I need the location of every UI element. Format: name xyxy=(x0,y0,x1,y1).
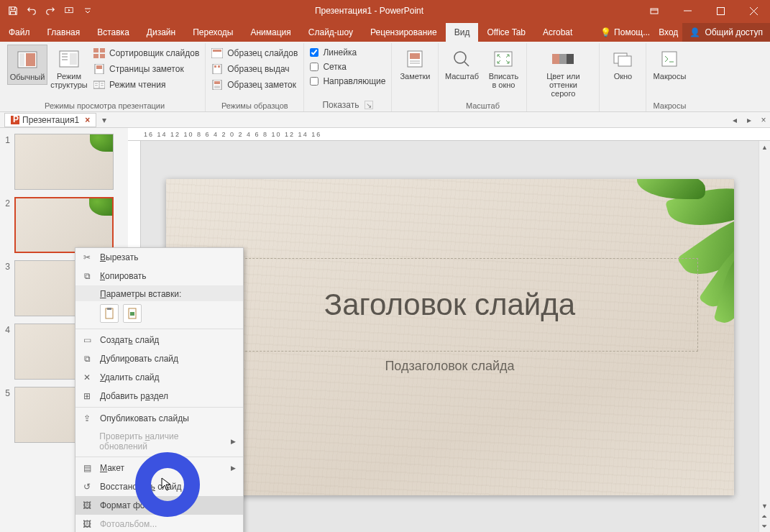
tab-design[interactable]: Дизайн xyxy=(138,23,184,42)
window-title: Презентация1 - PowerPoint xyxy=(101,6,638,16)
svg-rect-19 xyxy=(218,65,220,68)
vertical-scrollbar[interactable]: ▲ ▼ ⏶ ⏷ xyxy=(758,141,770,532)
paste-option-picture[interactable] xyxy=(123,304,142,323)
svg-rect-17 xyxy=(213,64,221,74)
tab-file[interactable]: Файл xyxy=(0,23,39,42)
prev-slide-icon[interactable]: ⏶ xyxy=(760,511,770,521)
svg-rect-28 xyxy=(567,54,574,64)
tab-dropdown-icon[interactable]: ▾ xyxy=(98,114,111,127)
cm-copy[interactable]: ⧉Копировать xyxy=(75,267,243,285)
qat-save-icon[interactable] xyxy=(4,2,22,19)
prev-icon[interactable]: ◂ xyxy=(728,114,741,127)
powerpoint-icon: P xyxy=(11,116,19,124)
delete-icon: ✕ xyxy=(81,372,93,383)
share-button[interactable]: 👤Общий доступ xyxy=(682,23,770,42)
macros-button[interactable]: Макросы xyxy=(649,45,689,83)
close-tab-icon[interactable]: × xyxy=(85,115,90,125)
next-slide-icon[interactable]: ⏷ xyxy=(760,521,770,531)
slide-thumbnail[interactable] xyxy=(14,197,114,253)
signin-button[interactable]: Вход xyxy=(654,23,682,42)
slide-number: 3 xyxy=(3,260,10,316)
handout-master-button[interactable]: Образец выдач xyxy=(208,62,301,76)
svg-rect-42 xyxy=(106,308,113,318)
guides-checkbox[interactable]: Направляющие xyxy=(307,75,388,88)
tab-insert[interactable]: Вставка xyxy=(88,23,138,42)
svg-rect-5 xyxy=(26,53,35,66)
context-menu: ✂Вырезать ⧉Копировать Параметры вставки:… xyxy=(75,247,244,532)
fit-window-button[interactable]: Вписать в окно xyxy=(483,45,523,92)
notes-master-button[interactable]: Образец заметок xyxy=(208,78,301,92)
slide-sorter-button[interactable]: Сортировщик слайдов xyxy=(91,46,202,60)
notes-page-button[interactable]: Страницы заметок xyxy=(91,62,202,76)
cm-format-background[interactable]: 🖼Формат фона... xyxy=(75,496,243,515)
svg-text:P: P xyxy=(13,116,19,124)
outline-label: Режим структуры xyxy=(50,72,88,89)
tab-animations[interactable]: Анимация xyxy=(242,23,299,42)
slide-number: 4 xyxy=(3,324,10,380)
minimize-button[interactable] xyxy=(671,0,704,22)
qat-dropdown-icon[interactable] xyxy=(79,2,96,19)
close-panel-icon[interactable]: × xyxy=(757,114,770,127)
notes-button[interactable]: Заметки xyxy=(395,45,435,83)
section-icon: ⊞ xyxy=(81,390,93,402)
duplicate-icon: ⧉ xyxy=(81,353,93,364)
window-button[interactable]: Окно xyxy=(602,45,643,83)
group-label-zoom: Масштаб xyxy=(466,100,500,111)
title-placeholder[interactable]: Заголовок слайда xyxy=(202,258,698,352)
paste-option-theme[interactable] xyxy=(100,304,119,323)
svg-rect-7 xyxy=(70,53,77,65)
scroll-down-icon[interactable]: ▼ xyxy=(760,501,770,511)
reset-icon: ↺ xyxy=(81,481,93,492)
bulb-icon: 💡 xyxy=(600,27,611,37)
svg-rect-4 xyxy=(19,53,24,66)
tab-review[interactable]: Рецензирование xyxy=(362,23,446,42)
tell-me[interactable]: 💡Помощ... xyxy=(596,23,654,42)
layout-icon: ▤ xyxy=(81,462,93,474)
horizontal-ruler: 16 14 12 10 8 6 4 2 0 2 4 6 8 10 12 14 1… xyxy=(128,128,770,141)
slide-master-button[interactable]: Образец слайдов xyxy=(208,46,301,60)
svg-rect-18 xyxy=(214,65,216,68)
tab-slideshow[interactable]: Слайд-шоу xyxy=(300,23,362,42)
cm-delete-slide[interactable]: ✕Удалить слайд xyxy=(75,368,243,387)
normal-view-button[interactable]: Обычный xyxy=(7,45,47,85)
scroll-up-icon[interactable]: ▲ xyxy=(760,142,770,152)
grayscale-button[interactable]: Цвет или оттенки серого xyxy=(530,45,596,101)
cm-check-updates: Проверить наличие обновлений▶ xyxy=(75,428,243,455)
qat-redo-icon[interactable] xyxy=(42,2,59,19)
dialog-launcher-icon[interactable]: ↘ xyxy=(365,101,373,109)
svg-rect-21 xyxy=(214,81,220,84)
ribbon-options-icon[interactable] xyxy=(638,0,671,22)
svg-rect-8 xyxy=(93,48,98,52)
tab-view[interactable]: Вид xyxy=(446,23,479,42)
tab-officetab[interactable]: Office Tab xyxy=(478,23,534,42)
cm-publish-slides[interactable]: ⇪Опубликовать слайды xyxy=(75,409,243,428)
reading-view-button[interactable]: Режим чтения xyxy=(91,78,202,92)
cm-layout[interactable]: ▤Макет▶ xyxy=(75,459,243,477)
subtitle-placeholder[interactable]: Подзаголовок слайда xyxy=(202,359,698,387)
close-button[interactable] xyxy=(737,0,770,22)
next-icon[interactable]: ▸ xyxy=(743,114,756,127)
qat-undo-icon[interactable] xyxy=(23,2,40,19)
tab-acrobat[interactable]: Acrobat xyxy=(534,23,581,42)
ruler-checkbox[interactable]: Линейка xyxy=(307,46,388,59)
qat-slideshow-icon[interactable] xyxy=(60,2,78,19)
cm-duplicate-slide[interactable]: ⧉Дублировать слайд xyxy=(75,349,243,368)
maximize-button[interactable] xyxy=(704,0,737,22)
tab-transitions[interactable]: Переходы xyxy=(184,23,242,42)
tab-home[interactable]: Главная xyxy=(39,23,89,42)
cm-reset-slide[interactable]: ↺Восстановить слайд xyxy=(75,477,243,496)
outline-view-button[interactable]: Режим структуры xyxy=(49,45,89,92)
svg-rect-10 xyxy=(93,54,98,58)
group-label-show: Показать xyxy=(322,100,359,110)
svg-rect-26 xyxy=(552,54,559,64)
group-label-views: Режимы просмотра презентации xyxy=(45,100,165,111)
slide-thumbnail[interactable] xyxy=(14,134,114,190)
cm-new-slide[interactable]: ▭Создать слайд xyxy=(75,331,243,349)
cm-cut[interactable]: ✂Вырезать xyxy=(75,248,243,267)
zoom-button[interactable]: Масштаб xyxy=(441,45,482,83)
cm-add-section[interactable]: ⊞Добавить раздел xyxy=(75,387,243,405)
grid-checkbox[interactable]: Сетка xyxy=(307,60,388,73)
slide-number: 1 xyxy=(3,134,10,190)
document-tab[interactable]: P Презентация1 × xyxy=(4,113,96,127)
publish-icon: ⇪ xyxy=(81,413,93,424)
